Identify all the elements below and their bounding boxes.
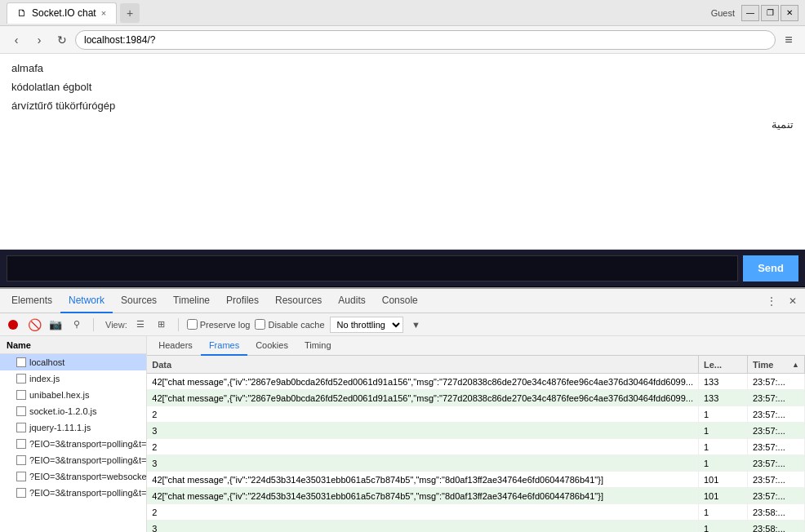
file-icon-unibabel <box>16 390 26 400</box>
throttle-expand-button[interactable]: ▼ <box>408 317 425 333</box>
preserve-log-text: Preserve log <box>200 320 251 330</box>
devtools-close-button[interactable]: ✕ <box>784 292 802 310</box>
sidebar-item-websocket-label: ?EIO=3&transport=websocket&si... <box>29 472 146 481</box>
chat-input-area: Send <box>0 250 805 287</box>
frames-row-2[interactable]: 2 1 23:57:... <box>147 406 805 423</box>
tab-audits[interactable]: Audits <box>330 289 373 313</box>
frames-cell-time-2: 23:57:... <box>748 406 805 422</box>
sidebar-item-eio-1[interactable]: ?EIO=3&transport=polling&t=145... <box>0 436 146 452</box>
browser-tab[interactable]: 🗋 Socket.IO chat × <box>7 2 117 24</box>
frames-row-1[interactable]: 42["chat message",{"iv":"2867e9ab0bcda26… <box>147 390 805 406</box>
address-bar[interactable] <box>75 30 776 50</box>
frames-row-0[interactable]: 42["chat message",{"iv":"2867e9ab0bcda26… <box>147 374 805 390</box>
header-time-label: Time <box>753 360 773 370</box>
preserve-log-label[interactable]: Preserve log <box>187 319 251 330</box>
frames-row-5[interactable]: 3 1 23:57:... <box>147 455 805 472</box>
frames-row-3[interactable]: 3 1 23:57:... <box>147 423 805 439</box>
camera-button[interactable]: 📷 <box>47 317 64 333</box>
frames-row-4[interactable]: 2 1 23:57:... <box>147 439 805 455</box>
sidebar-item-localhost[interactable]: localhost <box>0 354 146 370</box>
title-bar: 🗋 Socket.IO chat × + Guest — ❐ ✕ <box>0 0 805 26</box>
sidebar-item-unibabel[interactable]: unibabel.hex.js <box>0 387 146 403</box>
sidebar-item-eio-2-label: ?EIO=3&transport=polling&t=145... <box>29 455 146 465</box>
sidebar-item-websocket[interactable]: ?EIO=3&transport=websocket&si... <box>0 468 146 485</box>
frames-cell-time-3: 23:57:... <box>748 423 805 438</box>
chat-messages: almafa kódolatlan égbolt árvíztűrő tükör… <box>0 54 805 250</box>
refresh-button[interactable]: ↻ <box>52 30 72 50</box>
frames-cell-time-1: 23:57:... <box>748 390 805 406</box>
preserve-log-checkbox[interactable] <box>187 319 198 330</box>
tab-title: Socket.IO chat <box>32 7 96 19</box>
frames-container: Headers Frames Cookies Timing Data Le... <box>147 336 805 532</box>
tab-favicon: 🗋 <box>17 7 27 19</box>
frames-cell-len-5: 1 <box>699 455 748 471</box>
file-icon-eio-1 <box>16 439 26 449</box>
network-file-list: Name localhost index.js unibabel.hex.js … <box>0 336 147 532</box>
detail-view-button[interactable]: ⊞ <box>153 317 170 333</box>
name-header: Name <box>0 336 146 354</box>
disable-cache-label[interactable]: Disable cache <box>255 319 324 330</box>
tab-timeline[interactable]: Timeline <box>165 289 218 313</box>
tab-close-button[interactable]: × <box>101 8 106 18</box>
list-view-button[interactable]: ☰ <box>132 317 149 333</box>
sidebar-item-jquery[interactable]: jquery-1.11.1.js <box>0 419 146 436</box>
file-icon-index-js <box>16 374 26 383</box>
title-bar-controls: Guest — ❐ ✕ <box>711 5 798 21</box>
sidebar-item-socketio[interactable]: socket.io-1.2.0.js <box>0 403 146 419</box>
header-length: Le... <box>699 356 748 373</box>
disable-cache-checkbox[interactable] <box>255 319 265 330</box>
network-panel-body: Name localhost index.js unibabel.hex.js … <box>0 336 805 532</box>
record-dot <box>8 320 18 330</box>
tab-console[interactable]: Console <box>374 289 426 313</box>
frames-cell-len-9: 1 <box>699 521 748 532</box>
devtools-tab-bar: Elements Network Sources Timeline Profil… <box>0 289 805 313</box>
subtab-frames[interactable]: Frames <box>201 336 247 356</box>
tab-elements[interactable]: Elements <box>3 289 60 313</box>
tab-profiles[interactable]: Profiles <box>218 289 267 313</box>
sidebar-item-localhost-label: localhost <box>29 357 64 367</box>
new-tab-button[interactable]: + <box>120 3 140 23</box>
subtab-timing[interactable]: Timing <box>296 336 340 356</box>
clear-button[interactable]: 🚫 <box>26 317 42 333</box>
menu-button[interactable]: ≡ <box>779 30 798 50</box>
sidebar-item-eio-2[interactable]: ?EIO=3&transport=polling&t=145... <box>0 452 146 468</box>
tab-network[interactable]: Network <box>60 289 113 313</box>
back-button[interactable]: ‹ <box>7 30 26 50</box>
file-icon-socketio <box>16 406 26 416</box>
send-button[interactable]: Send <box>743 255 798 282</box>
title-bar-left: 🗋 Socket.IO chat × + <box>7 2 140 24</box>
sidebar-item-unibabel-label: unibabel.hex.js <box>29 390 89 400</box>
frames-row-7[interactable]: 42["chat message",{"iv":"224d53b314e3503… <box>147 488 805 504</box>
frames-cell-data-4: 2 <box>147 439 699 454</box>
disable-cache-text: Disable cache <box>268 320 324 330</box>
frames-row-8[interactable]: 2 1 23:58:... <box>147 504 805 521</box>
tab-network-label: Network <box>69 295 105 306</box>
throttle-select[interactable]: No throttling Slow 3G Fast 3G <box>330 317 403 333</box>
filter-button[interactable]: ⚲ <box>69 317 85 333</box>
tab-resources-label: Resources <box>275 295 322 306</box>
sidebar-item-eio-3[interactable]: ?EIO=3&transport=polling&t=145... <box>0 485 146 501</box>
tab-sources[interactable]: Sources <box>113 289 165 313</box>
tab-resources[interactable]: Resources <box>267 289 330 313</box>
frames-cell-data-0: 42["chat message",{"iv":"2867e9ab0bcda26… <box>147 374 699 389</box>
frames-row-9[interactable]: 3 1 23:58:... <box>147 521 805 532</box>
minimize-button[interactable]: — <box>741 5 759 21</box>
devtools-panel: Elements Network Sources Timeline Profil… <box>0 287 805 532</box>
close-button[interactable]: ✕ <box>781 5 798 21</box>
frames-cell-data-9: 3 <box>147 521 699 532</box>
devtools-tabs-left: Elements Network Sources Timeline Profil… <box>3 289 426 313</box>
header-time: Time ▲ <box>748 356 805 373</box>
frames-cell-len-0: 133 <box>699 374 748 389</box>
frames-cell-len-2: 1 <box>699 406 748 422</box>
devtools-more-button[interactable]: ⋮ <box>763 292 781 310</box>
frames-row-6[interactable]: 42["chat message",{"iv":"224d53b314e3503… <box>147 472 805 488</box>
record-button[interactable] <box>5 317 21 333</box>
chat-input[interactable] <box>7 255 738 282</box>
sidebar-item-eio-3-label: ?EIO=3&transport=polling&t=145... <box>29 488 146 498</box>
maximize-button[interactable]: ❐ <box>761 5 779 21</box>
subtab-headers[interactable]: Headers <box>150 336 201 356</box>
forward-button[interactable]: › <box>29 30 49 50</box>
subtab-cookies[interactable]: Cookies <box>247 336 296 356</box>
sidebar-item-index-js[interactable]: index.js <box>0 370 146 387</box>
subtab-frames-label: Frames <box>209 340 239 350</box>
